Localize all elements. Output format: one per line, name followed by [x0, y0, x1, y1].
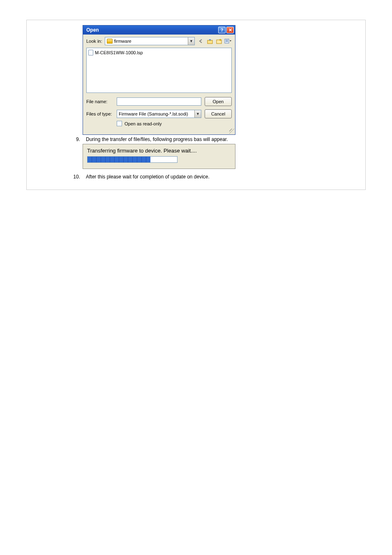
chevron-down-icon[interactable]: ▼	[194, 110, 201, 118]
file-item-label: M-CE8IS1WW-1000.lsp	[95, 50, 143, 55]
up-one-level-icon[interactable]	[206, 37, 214, 45]
dialog-titlebar: Open ? ✕	[83, 25, 235, 35]
step-number: 10.	[73, 174, 80, 180]
readonly-label: Open as read-only	[125, 121, 162, 126]
new-folder-icon[interactable]	[215, 37, 223, 45]
resize-grip-icon[interactable]	[229, 129, 234, 134]
step-number: 9.	[73, 136, 80, 142]
file-icon	[88, 50, 93, 56]
progress-dialog: Transferring firmware to device. Please …	[83, 144, 235, 169]
lookin-row: Look in: firmware ▼	[83, 35, 235, 48]
filetype-value: Firmware File (Samsung-*.lst.sodi)	[117, 111, 194, 116]
lookin-value: firmware	[114, 39, 188, 44]
folder-icon	[107, 39, 113, 44]
filename-label: File name:	[86, 99, 113, 104]
close-button[interactable]: ✕	[226, 27, 234, 33]
view-menu-icon[interactable]	[224, 37, 232, 45]
file-list[interactable]: M-CE8IS1WW-1000.lsp	[86, 48, 232, 93]
filename-input[interactable]	[117, 97, 201, 106]
back-icon[interactable]	[197, 37, 205, 45]
progress-bar	[87, 156, 178, 163]
step-10: 10. After this please wait for completio…	[73, 174, 358, 180]
dialog-title: Open	[86, 27, 218, 33]
step-text: During the transfer of file/files, follo…	[86, 136, 358, 142]
open-button[interactable]: Open	[205, 97, 232, 106]
lookin-label: Look in:	[86, 39, 102, 44]
step-text: After this please wait for completion of…	[86, 174, 358, 180]
help-button[interactable]: ?	[218, 27, 226, 33]
file-item[interactable]: M-CE8IS1WW-1000.lsp	[88, 50, 230, 56]
open-file-dialog: Open ? ✕ Look in: firmware ▼	[83, 25, 235, 135]
svg-rect-4	[226, 41, 228, 42]
chevron-down-icon[interactable]: ▼	[188, 37, 194, 45]
readonly-checkbox[interactable]	[117, 121, 122, 126]
svg-rect-3	[226, 40, 228, 41]
progress-fill	[88, 157, 150, 162]
svg-rect-0	[208, 40, 212, 44]
cancel-button[interactable]: Cancel	[205, 109, 232, 118]
filetype-combo[interactable]: Firmware File (Samsung-*.lst.sodi) ▼	[117, 110, 201, 118]
progress-text: Transferring firmware to device. Please …	[87, 148, 231, 154]
filetype-label: Files of type:	[86, 111, 113, 116]
step-9: 9. During the transfer of file/files, fo…	[73, 136, 358, 142]
lookin-combo[interactable]: firmware ▼	[105, 37, 195, 45]
